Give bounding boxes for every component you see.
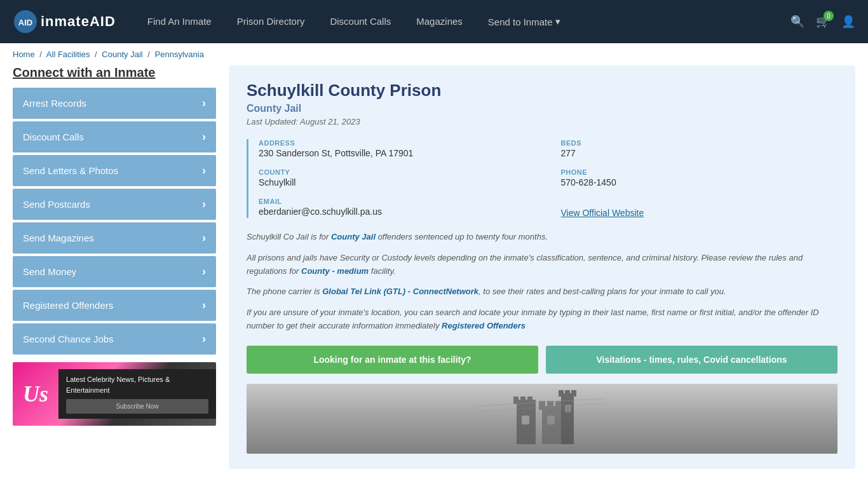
user-icon[interactable]: 👤 xyxy=(841,15,855,29)
phone-value: 570-628-1450 xyxy=(561,177,838,187)
arrow-icon: › xyxy=(202,164,206,177)
desc-paragraph-4: If you are unsure of your inmate's locat… xyxy=(247,306,837,333)
svg-rect-14 xyxy=(522,416,529,424)
sidebar-item-registered-offenders[interactable]: Registered Offenders › xyxy=(13,290,216,321)
main-layout: Connect with an Inmate Arrest Records › … xyxy=(0,65,868,482)
svg-rect-13 xyxy=(571,390,576,396)
logo-icon: AID xyxy=(13,9,38,34)
sidebar: Connect with an Inmate Arrest Records › … xyxy=(13,65,216,426)
main-nav: Find An Inmate Prison Directory Discount… xyxy=(147,16,771,27)
cta-buttons: Looking for an inmate at this facility? … xyxy=(247,346,837,374)
sidebar-item-arrest-records[interactable]: Arrest Records › xyxy=(13,88,216,119)
facility-detail-panel: Schuylkill County Prison County Jail Las… xyxy=(229,65,855,469)
svg-rect-12 xyxy=(565,390,570,396)
arrow-icon: › xyxy=(202,332,206,346)
desc-paragraph-1: Schuylkill Co Jail is for County Jail of… xyxy=(247,231,837,244)
facility-type: County Jail xyxy=(247,103,837,114)
nav-send-to-inmate[interactable]: Send to Inmate ▾ xyxy=(488,16,560,27)
county-label: COUNTY xyxy=(259,168,536,176)
breadcrumb-all-facilities[interactable]: All Facilities xyxy=(46,50,90,59)
nav-prison-directory[interactable]: Prison Directory xyxy=(237,16,305,27)
county-jail-link[interactable]: County Jail xyxy=(331,232,376,241)
ad-text: Latest Celebrity News, Pictures & Entert… xyxy=(58,369,216,419)
arrow-icon: › xyxy=(202,299,206,312)
arrow-icon: › xyxy=(202,265,206,278)
breadcrumb-county-jail[interactable]: County Jail xyxy=(102,50,142,59)
arrow-icon: › xyxy=(202,231,206,245)
ad-logo: Us xyxy=(13,374,58,414)
email-value: eberdanier@co.schuylkill.pa.us xyxy=(259,207,536,217)
ad-subscribe-button[interactable]: Subscribe Now xyxy=(66,399,208,414)
svg-text:AID: AID xyxy=(18,18,32,27)
logo-text: inmateAID xyxy=(41,13,116,30)
arrow-icon: › xyxy=(202,130,206,144)
svg-rect-15 xyxy=(547,416,555,424)
nav-discount-calls[interactable]: Discount Calls xyxy=(330,16,391,27)
desc-paragraph-3: The phone carrier is Global Tel Link (GT… xyxy=(247,285,837,299)
svg-rect-3 xyxy=(513,396,519,404)
breadcrumb-home[interactable]: Home xyxy=(13,50,35,59)
desc-paragraph-2: All prisons and jails have Security or C… xyxy=(247,252,837,278)
arrow-icon: › xyxy=(202,198,206,211)
breadcrumb: Home / All Facilities / County Jail / Pe… xyxy=(0,43,868,65)
arrow-icon: › xyxy=(202,97,206,110)
facility-tower-illustration xyxy=(478,387,606,451)
website-block: View Official Website xyxy=(561,198,838,218)
sidebar-item-send-letters[interactable]: Send Letters & Photos › xyxy=(13,155,216,186)
beds-label: BEDS xyxy=(561,139,838,147)
county-value: Schuylkill xyxy=(259,177,536,187)
sidebar-item-discount-calls[interactable]: Discount Calls › xyxy=(13,121,216,152)
site-header: AID inmateAID Find An Inmate Prison Dire… xyxy=(0,0,868,43)
chevron-down-icon: ▾ xyxy=(555,16,560,27)
phone-block: PHONE 570-628-1450 xyxy=(561,168,838,187)
cart-icon[interactable]: 🛒 0 xyxy=(816,15,830,29)
facility-image xyxy=(247,384,837,454)
phone-label: PHONE xyxy=(561,168,838,176)
advertisement: Us Latest Celebrity News, Pictures & Ent… xyxy=(13,362,216,426)
last-updated: Last Updated: August 21, 2023 xyxy=(247,117,837,126)
address-block: ADDRESS 230 Sanderson St, Pottsville, PA… xyxy=(259,139,536,158)
sidebar-item-send-postcards[interactable]: Send Postcards › xyxy=(13,189,216,220)
official-website-link[interactable]: View Official Website xyxy=(561,208,644,218)
gtl-link[interactable]: Global Tel Link (GTL) - ConnectNetwork xyxy=(322,287,478,296)
header-icons: 🔍 🛒 0 👤 xyxy=(790,15,855,29)
sidebar-item-second-chance-jobs[interactable]: Second Chance Jobs › xyxy=(13,323,216,355)
svg-rect-8 xyxy=(547,401,553,410)
email-block: EMAIL eberdanier@co.schuylkill.pa.us xyxy=(259,198,536,218)
cart-badge: 0 xyxy=(824,11,834,21)
address-label: ADDRESS xyxy=(259,139,536,147)
nav-find-inmate[interactable]: Find An Inmate xyxy=(147,16,212,27)
registered-offenders-link[interactable]: Registered Offenders xyxy=(442,321,526,330)
address-value: 230 Sanderson St, Pottsville, PA 17901 xyxy=(259,148,536,158)
svg-rect-11 xyxy=(559,390,564,396)
search-icon[interactable]: 🔍 xyxy=(790,15,804,29)
breadcrumb-pennsylvania[interactable]: Pennsylvania xyxy=(155,50,204,59)
svg-rect-9 xyxy=(555,401,562,410)
county-block: COUNTY Schuylkill xyxy=(259,168,536,187)
beds-block: BEDS 277 xyxy=(561,139,838,158)
county-medium-link[interactable]: County - medium xyxy=(301,266,369,276)
sidebar-title: Connect with an Inmate xyxy=(13,65,216,80)
facility-name: Schuylkill County Prison xyxy=(247,81,837,100)
beds-value: 277 xyxy=(561,148,838,158)
facility-info-grid: ADDRESS 230 Sanderson St, Pottsville, PA… xyxy=(247,139,837,218)
visitations-button[interactable]: Visitations - times, rules, Covid cancel… xyxy=(546,346,837,374)
sidebar-item-send-money[interactable]: Send Money › xyxy=(13,256,216,287)
find-inmate-button[interactable]: Looking for an inmate at this facility? xyxy=(247,346,538,374)
email-label: EMAIL xyxy=(259,198,536,205)
sidebar-item-send-magazines[interactable]: Send Magazines › xyxy=(13,222,216,254)
logo[interactable]: AID inmateAID xyxy=(13,9,116,34)
nav-magazines[interactable]: Magazines xyxy=(416,16,463,27)
facility-description: Schuylkill Co Jail is for County Jail of… xyxy=(247,231,837,333)
